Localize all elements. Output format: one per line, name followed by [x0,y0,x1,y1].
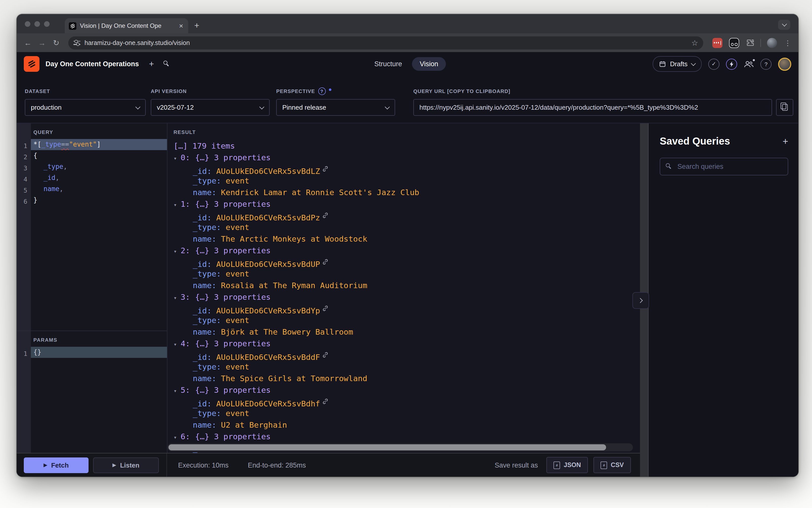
result-item-header[interactable]: ▾1:{…} 3 properties [167,199,640,210]
bookmark-star-icon[interactable]: ☆ [691,38,698,47]
saved-queries-search[interactable] [660,158,788,175]
horizontal-scrollbar[interactable] [167,443,633,451]
calendar-icon [659,61,666,67]
collapse-triangle-icon[interactable]: ▾ [173,199,181,211]
timing-stats: Execution: 10ms End-to-end: 285ms [178,461,306,469]
collapse-triangle-icon[interactable]: ▾ [173,385,181,397]
tab-vision[interactable]: Vision [412,57,446,71]
browser-profile-avatar[interactable] [767,38,777,48]
result-summary[interactable]: […] 179 items [167,140,640,152]
new-tab-button[interactable]: + [194,21,199,31]
expand-panel-button[interactable] [632,292,649,308]
saved-queries-title: Saved Queries [660,135,783,147]
search-icon[interactable] [164,59,170,69]
add-saved-query-button[interactable]: + [783,136,788,147]
search-queries-input[interactable] [676,162,782,171]
params-editor[interactable]: PARAMS {} [31,331,167,453]
query-url-value[interactable]: https://nypv25ij.api.sanity.io/v2025-07-… [413,99,772,116]
scrollbar-thumb[interactable] [168,444,606,450]
api-version-value: v2025-07-12 [157,103,194,111]
forward-icon[interactable]: → [36,38,48,47]
browser-tab[interactable]: Vision | Day One Content Ope × [65,18,188,33]
query-line-2[interactable]: { [31,150,167,161]
minimize-window-button[interactable] [34,21,40,27]
collapse-triangle-icon[interactable]: ▾ [173,153,181,164]
collapse-triangle-icon[interactable]: ▾ [173,292,181,304]
link-icon[interactable] [322,257,328,268]
new-document-button[interactable]: + [149,59,154,69]
collapse-triangle-icon[interactable]: ▾ [173,246,181,257]
play-icon: ▶ [43,463,47,468]
api-version-select[interactable]: v2025-07-12 [151,99,270,116]
editors-column: 1 2 3 4 5 6 QUERY * [17,123,167,453]
link-icon[interactable] [322,350,328,362]
chevron-down-icon [782,22,787,27]
panel-resizer[interactable] [640,123,649,477]
result-prop-id: _id:AUoLUkEDo6CVeRx5svBdhf [167,396,640,408]
help-circle-icon[interactable]: ? [318,87,325,95]
query-editor[interactable]: QUERY *[_type=="event"] { _type, _id, na… [31,123,167,331]
result-prop-type: _type:event [167,222,640,234]
params-line-1[interactable]: {} [31,347,167,358]
window-controls[interactable] [25,21,49,27]
zoom-window-button[interactable] [44,21,49,27]
browser-menu-icon[interactable]: ⋮ [784,39,791,47]
collapse-triangle-icon[interactable]: ▾ [173,339,181,350]
close-window-button[interactable] [25,21,30,27]
params-pane: 1 PARAMS {} [17,331,167,453]
result-item-header[interactable]: ▾0:{…} 3 properties [167,152,640,164]
link-icon[interactable] [322,210,328,222]
result-item-header[interactable]: ▾5:{…} 3 properties [167,385,640,396]
result-item-header[interactable]: ▾2:{…} 3 properties [167,245,640,257]
result-panel[interactable]: RESULT […] 179 items ▾0:{…} 3 properties… [167,123,640,453]
query-line-3[interactable]: _type, [31,161,167,172]
fetch-button[interactable]: ▶Fetch [24,457,88,473]
password-extension-icon[interactable] [712,38,723,48]
users-icon[interactable] [744,60,754,68]
user-avatar[interactable] [778,57,791,71]
query-line-4[interactable]: _id, [31,172,167,183]
perspective-field: PERSPECTIVE ? Pinned release [276,88,395,116]
back-icon[interactable]: ← [22,38,34,47]
releases-menu-button[interactable]: Drafts [653,56,702,72]
dataset-select[interactable]: production [25,99,146,116]
link-icon[interactable] [322,164,328,175]
validation-check-icon[interactable]: ✓ [708,58,720,70]
site-settings-icon[interactable] [73,40,80,46]
listen-button[interactable]: ▶Listen [93,457,159,473]
result-prop-id: _id:AUoLUkEDo6CVeRx5svBdPz [167,210,640,222]
line-number: 3 [24,163,27,174]
result-item-header[interactable]: ▾3:{…} 3 properties [167,292,640,303]
line-number: 4 [24,174,27,185]
result-prop-name: name:The Spice Girls at Tomorrowland [167,373,640,385]
vision-body: 1 2 3 4 5 6 QUERY * [17,123,798,477]
result-item-header[interactable]: ▾4:{…} 3 properties [167,338,640,350]
save-json-button[interactable]: #JSON [547,457,588,473]
toolbar-divider [761,39,761,47]
collapse-triangle-icon[interactable]: ▾ [173,432,181,443]
tasks-bolt-icon[interactable] [726,58,737,70]
help-icon[interactable]: ? [761,58,772,70]
browser-window: Vision | Day One Content Ope × + ← → ↻ h… [17,14,798,477]
query-line-6[interactable]: } [31,195,167,206]
copy-url-button[interactable] [776,99,793,116]
extension-icon[interactable] [729,38,739,48]
extensions-puzzle-icon[interactable] [746,38,754,47]
query-url-label[interactable]: QUERY URL [COPY TO CLIPBOARD] [413,88,772,94]
url-text[interactable]: haramizu-day-one.sanity.studio/vision [84,39,687,46]
address-bar[interactable]: haramizu-day-one.sanity.studio/vision ☆ [68,36,703,49]
tool-tabs: Structure Vision [369,57,446,71]
sanity-logo[interactable] [24,56,39,72]
result-item-header[interactable]: ▾6:{…} 3 properties [167,431,640,443]
save-csv-button[interactable]: #CSV [594,457,631,473]
link-icon[interactable] [322,303,328,315]
reload-icon[interactable]: ↻ [50,38,62,47]
tab-search-button[interactable] [778,20,790,30]
perspective-select[interactable]: Pinned release [276,99,395,116]
close-tab-icon[interactable]: × [178,22,184,30]
tab-structure[interactable]: Structure [369,57,407,71]
tab-title: Vision | Day One Content Ope [80,22,175,29]
link-icon[interactable] [322,396,328,408]
query-line-1[interactable]: *[_type=="event"] [31,139,167,150]
query-line-5[interactable]: name, [31,183,167,195]
